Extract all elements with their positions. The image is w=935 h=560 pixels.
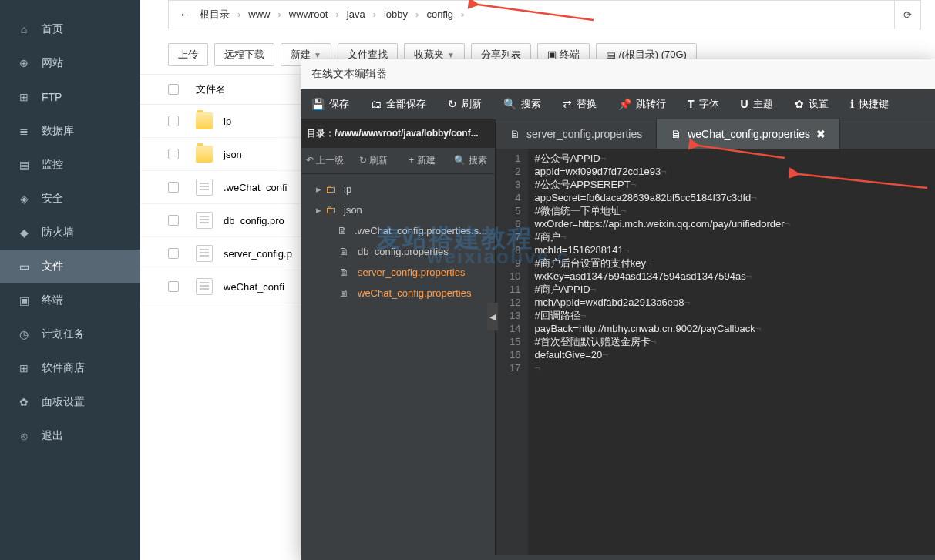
sidebar-item-monitor[interactable]: ▤监控 xyxy=(0,148,140,182)
folder-icon xyxy=(196,146,213,163)
code-line[interactable]: #公众号APPSEREPT¬ xyxy=(534,178,929,191)
code-line[interactable]: wxOrder=https://api.mch.weixin.qq.com/pa… xyxy=(534,217,929,230)
terminal-icon: ▣ xyxy=(17,293,31,307)
sidebar-item-terminal[interactable]: ▣终端 xyxy=(0,283,140,317)
save-all-button[interactable]: 🗂全部保存 xyxy=(360,89,437,119)
file-name: ip xyxy=(224,116,231,127)
code-line[interactable]: wxKey=asd1347594asd1347594asd1347594as¬ xyxy=(534,270,929,283)
row-checkbox[interactable] xyxy=(168,281,179,292)
code-line[interactable]: appId=wxf099d7fd72cd1e93¬ xyxy=(534,165,929,178)
shortcut-button[interactable]: ℹ快捷键 xyxy=(839,89,900,119)
filename-header[interactable]: 文件名 xyxy=(196,82,226,96)
code-line[interactable]: #商户¬ xyxy=(534,230,929,243)
apps-icon: ⊞ xyxy=(17,361,31,375)
select-all-checkbox[interactable] xyxy=(168,84,179,95)
upload-button[interactable]: 上传 xyxy=(168,43,208,66)
breadcrumb-item[interactable]: www xyxy=(245,8,273,20)
code-line[interactable]: mchId=1516288141¬ xyxy=(534,243,929,257)
breadcrumb-item[interactable]: wwwroot xyxy=(286,8,331,20)
sidebar-item-folder[interactable]: ▭文件 xyxy=(0,250,140,283)
sidebar-item-exit[interactable]: ⎋退出 xyxy=(0,419,140,453)
tree-up-button[interactable]: ↶ 上一级 xyxy=(301,148,349,173)
code-line[interactable]: payBack=http://mbhy.cnwab.cn:9002/payCal… xyxy=(534,322,929,335)
theme-button[interactable]: U主题 xyxy=(730,89,784,119)
sidebar-item-label: 首页 xyxy=(42,22,63,36)
folder-icon: 🗀 xyxy=(325,204,339,216)
file-name: .weChat_confi xyxy=(224,182,287,193)
code-line[interactable]: #商户后台设置的支付key¬ xyxy=(534,257,929,270)
sidebar-item-ftp[interactable]: ⊞FTP xyxy=(0,80,140,114)
row-checkbox[interactable] xyxy=(168,182,179,193)
search-button[interactable]: 🔍搜索 xyxy=(493,89,552,119)
tree-item[interactable]: 🗎weChat_config.properties xyxy=(301,283,495,303)
refresh-path-button[interactable]: ⟳ xyxy=(894,1,920,29)
breadcrumb-item[interactable]: java xyxy=(344,8,368,20)
tree-new-button[interactable]: + 新建 xyxy=(398,148,446,173)
exit-icon: ⎋ xyxy=(17,429,31,443)
home-icon: ⌂ xyxy=(17,22,31,36)
save-icon: 💾 xyxy=(311,98,325,110)
sidebar-item-apps[interactable]: ⊞软件商店 xyxy=(0,351,140,385)
code-line[interactable]: #首次登陆默认赠送金房卡¬ xyxy=(534,335,929,348)
row-checkbox[interactable] xyxy=(168,215,179,226)
save-button[interactable]: 💾保存 xyxy=(301,89,360,119)
code-line[interactable]: #商户APPID¬ xyxy=(534,283,929,296)
row-checkbox[interactable] xyxy=(168,248,179,259)
file-name: db_config.pro xyxy=(224,215,284,226)
sidebar-item-gear[interactable]: ✿面板设置 xyxy=(0,385,140,419)
code-line[interactable]: #公众号APPID¬ xyxy=(534,152,929,165)
sidebar-item-clock[interactable]: ◷计划任务 xyxy=(0,317,140,351)
sidebar-item-shield[interactable]: ◈安全 xyxy=(0,182,140,216)
remote-download-button[interactable]: 远程下载 xyxy=(214,43,274,66)
tree-search-button[interactable]: 🔍 搜索 xyxy=(446,148,495,173)
folder-icon: 🗀 xyxy=(325,183,339,195)
sidebar-item-globe[interactable]: ⊕网站 xyxy=(0,46,140,80)
refresh-button[interactable]: ↻刷新 xyxy=(437,89,493,119)
sidebar-item-db[interactable]: ≣数据库 xyxy=(0,114,140,148)
breadcrumb-item[interactable]: lobby xyxy=(381,8,411,20)
editor-tab[interactable]: 🗎weChat_config.properties✖ xyxy=(657,119,840,149)
goto-icon: 📌 xyxy=(618,98,631,110)
code-line[interactable]: ¬ xyxy=(534,361,929,374)
sidebar-item-firewall[interactable]: ◆防火墙 xyxy=(0,216,140,250)
tree-item[interactable]: ▸🗀ip xyxy=(301,179,495,200)
code-line[interactable]: appSecret=fb6daca28639a82bf5cc5184f37c3d… xyxy=(534,191,929,204)
tree-item[interactable]: ▸🗀json xyxy=(301,200,495,220)
back-button[interactable]: ← xyxy=(173,8,197,22)
code-line[interactable]: defaultGive=20¬ xyxy=(534,348,929,361)
code-editor[interactable]: ◀ 1234567891011121314151617 #公众号APPID¬ap… xyxy=(496,149,935,555)
chevron-right-icon: › xyxy=(274,8,286,20)
fold-handle[interactable]: ◀ xyxy=(487,303,498,330)
editor-sidebar: 目录：/www/wwwroot/java/lobby/conf... ↶ 上一级… xyxy=(301,119,496,555)
settings-button[interactable]: ✿设置 xyxy=(784,89,839,119)
font-button[interactable]: T字体 xyxy=(677,89,730,119)
sidebar-item-home[interactable]: ⌂首页 xyxy=(0,12,140,46)
file-icon: 🗎 xyxy=(510,128,520,140)
replace-button[interactable]: ⇄替换 xyxy=(552,89,607,119)
gear-icon: ✿ xyxy=(795,98,804,110)
file-name: server_config.p xyxy=(224,248,292,260)
editor-tab[interactable]: 🗎server_config.properties xyxy=(496,119,657,149)
file-icon: 🗎 xyxy=(339,267,353,278)
breadcrumb-item[interactable]: 根目录 xyxy=(197,8,233,20)
code-line[interactable]: #微信统一下单地址¬ xyxy=(534,204,929,217)
save-all-icon: 🗂 xyxy=(371,98,382,110)
file-icon xyxy=(196,278,213,295)
editor-tabs: 🗎server_config.properties🗎weChat_config.… xyxy=(496,119,935,149)
row-checkbox[interactable] xyxy=(168,149,179,159)
sidebar-item-label: 防火墙 xyxy=(42,226,74,240)
goto-line-button[interactable]: 📌跳转行 xyxy=(607,89,677,119)
row-checkbox[interactable] xyxy=(168,116,179,126)
close-icon[interactable]: ✖ xyxy=(816,128,826,140)
code-line[interactable]: #回调路径¬ xyxy=(534,309,929,322)
tree-label: weChat_config.properties xyxy=(358,287,471,299)
tree-refresh-button[interactable]: ↻ 刷新 xyxy=(349,148,398,173)
breadcrumb-item[interactable]: config xyxy=(423,8,456,20)
file-icon xyxy=(196,179,213,196)
code-line[interactable]: mchAppId=wxdfabd2a2913a6eb8¬ xyxy=(534,296,929,309)
db-icon: ≣ xyxy=(17,124,31,138)
sidebar-item-label: 终端 xyxy=(42,293,63,307)
line-gutter: 1234567891011121314151617 xyxy=(496,149,528,555)
editor-title: 在线文本编辑器 xyxy=(301,59,935,89)
file-name: weChat_confi xyxy=(224,281,284,293)
